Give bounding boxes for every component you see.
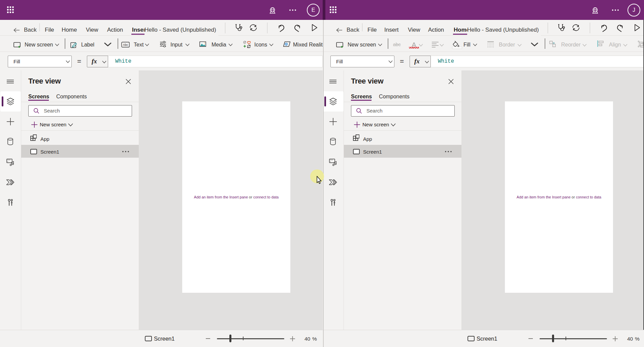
svg-text:Abc: Abc [123, 43, 128, 46]
